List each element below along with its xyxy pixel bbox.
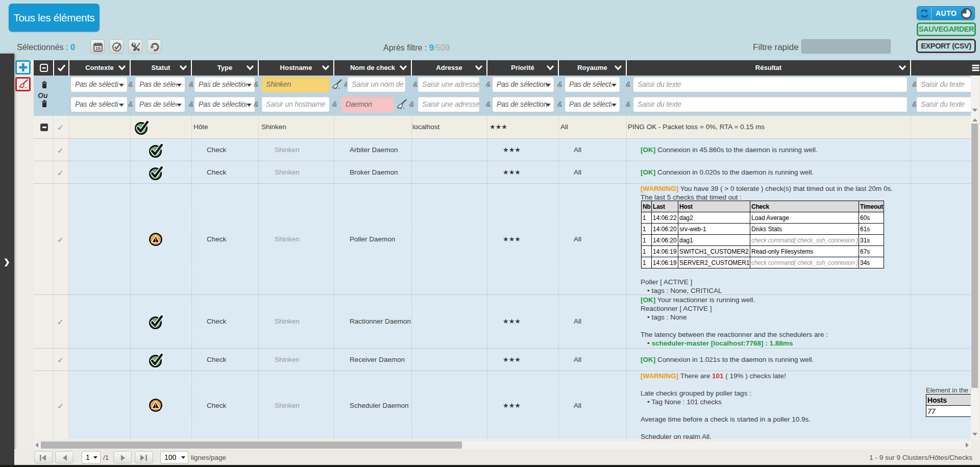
- svg-text:15: 15: [95, 46, 101, 51]
